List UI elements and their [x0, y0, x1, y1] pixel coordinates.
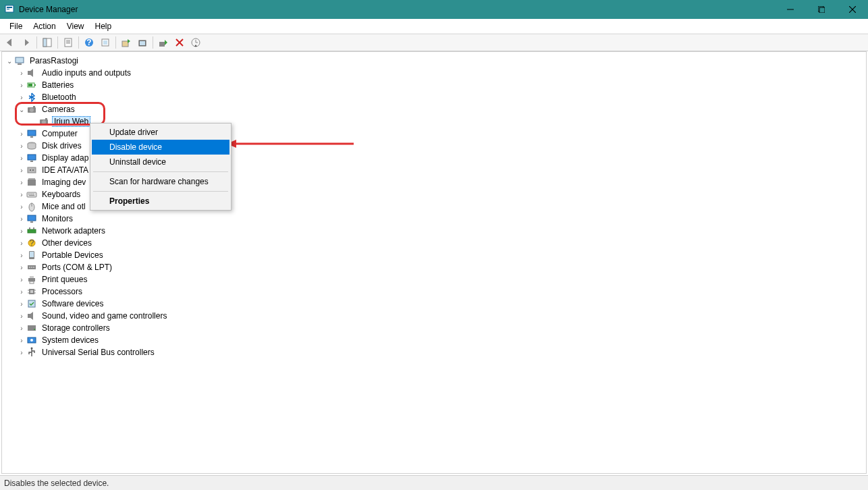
minimize-button[interactable] [775, 0, 806, 19]
context-menu-separator [93, 171, 228, 172]
tree-item-label: Processors [40, 286, 84, 297]
svg-rect-55 [30, 221, 33, 223]
svg-rect-77 [28, 314, 30, 318]
tree-item-label: Iriun Web [52, 116, 90, 127]
device-tree-panel[interactable]: ⌄ParasRastogi›Audio inputs and outputs›B… [1, 51, 867, 474]
tree-item[interactable]: ›Storage controllers [5, 322, 866, 334]
svg-point-43 [30, 169, 31, 171]
chevron-right-icon[interactable]: › [17, 337, 26, 344]
tree-item-label: Portable Devices [40, 250, 105, 261]
chevron-right-icon[interactable]: › [17, 264, 26, 271]
chevron-right-icon[interactable]: › [17, 130, 26, 138]
toolbar-separator [36, 36, 37, 49]
printer-icon [26, 274, 37, 285]
chevron-right-icon[interactable]: › [17, 252, 26, 259]
context-menu: Update driverDisable deviceUninstall dev… [90, 123, 232, 211]
context-menu-item[interactable]: Disable device [92, 140, 229, 155]
context-menu-item[interactable]: Update driver [92, 125, 229, 140]
chevron-right-icon[interactable]: › [17, 325, 26, 332]
chevron-right-icon[interactable]: › [17, 349, 26, 356]
tree-item[interactable]: ›Ports (COM & LPT) [5, 261, 866, 273]
chevron-right-icon[interactable]: › [17, 167, 26, 174]
chevron-right-icon[interactable]: › [17, 94, 26, 101]
chevron-right-icon[interactable]: › [17, 155, 26, 162]
tree-item[interactable]: ›Batteries [5, 79, 866, 91]
chevron-right-icon[interactable]: › [17, 227, 26, 235]
chevron-right-icon[interactable]: › [17, 142, 26, 150]
chevron-right-icon[interactable]: › [17, 215, 26, 223]
tree-item[interactable]: ›?Other devices [5, 237, 866, 249]
context-menu-item[interactable]: Uninstall device [92, 155, 229, 169]
tree-item-label: Batteries [40, 80, 76, 90]
tree-item[interactable]: ⌄Cameras [5, 103, 866, 115]
context-menu-separator [93, 191, 228, 192]
scan-hardware-button[interactable] [98, 35, 113, 50]
maximize-button[interactable] [806, 0, 837, 19]
svg-rect-51 [29, 195, 34, 196]
chevron-right-icon[interactable]: › [17, 82, 26, 89]
svg-rect-67 [28, 278, 35, 281]
tree-item[interactable]: ⌄ParasRastogi [5, 55, 866, 67]
chevron-right-icon[interactable]: › [17, 70, 26, 77]
chevron-right-icon[interactable]: › [17, 276, 26, 283]
disable-button[interactable] [172, 35, 187, 50]
back-button[interactable] [3, 35, 18, 50]
svg-rect-10 [65, 38, 72, 47]
help-button[interactable]: ? [82, 35, 97, 50]
update-driver-button[interactable] [119, 35, 134, 50]
chevron-right-icon[interactable]: › [17, 312, 26, 320]
tree-item[interactable]: ›Network adapters [5, 225, 866, 237]
chevron-right-icon[interactable]: › [17, 203, 26, 211]
menu-bar: File Action View Help [0, 19, 868, 34]
svg-rect-40 [28, 155, 36, 160]
chevron-right-icon[interactable]: › [17, 240, 26, 247]
uninstall-button[interactable] [135, 35, 150, 50]
tree-item-label: Mice and otl [40, 201, 88, 212]
tree-item[interactable]: ›Audio inputs and outputs [5, 67, 866, 79]
tree-item[interactable]: ›Bluetooth [5, 91, 866, 103]
port-icon [26, 262, 37, 273]
svg-rect-68 [30, 276, 34, 278]
chevron-right-icon[interactable]: › [17, 191, 26, 198]
menu-help[interactable]: Help [90, 20, 117, 32]
close-button[interactable] [837, 0, 868, 19]
show-hidden-button[interactable] [188, 35, 203, 50]
svg-point-81 [30, 339, 33, 342]
tree-item-label: System devices [40, 335, 101, 346]
enable-button[interactable] [156, 35, 171, 50]
menu-file[interactable]: File [4, 20, 28, 32]
software-icon [26, 298, 37, 309]
svg-point-66 [33, 267, 34, 268]
svg-rect-47 [27, 192, 36, 197]
tree-item[interactable]: ›System devices [5, 334, 866, 346]
show-hide-console-button[interactable] [40, 35, 55, 50]
toolbar-separator [57, 36, 58, 49]
monitor-icon [26, 128, 37, 139]
svg-rect-38 [30, 136, 33, 138]
properties-button[interactable] [61, 35, 76, 50]
menu-view[interactable]: View [61, 20, 90, 32]
forward-button[interactable] [19, 35, 34, 50]
chevron-right-icon[interactable]: › [17, 288, 26, 296]
battery-icon [26, 80, 37, 90]
tree-item[interactable]: ›Monitors [5, 213, 866, 225]
chevron-right-icon[interactable]: › [17, 300, 26, 308]
disk-icon [26, 140, 37, 151]
tree-item[interactable]: ›Print queues [5, 273, 866, 285]
tree-item[interactable]: ›Portable Devices [5, 249, 866, 261]
tree-item[interactable]: ›Software devices [5, 298, 866, 310]
context-menu-item[interactable]: Properties [92, 194, 229, 209]
tree-item[interactable]: ›Sound, video and game controllers [5, 310, 866, 322]
svg-rect-71 [30, 290, 33, 293]
camera-icon [38, 116, 49, 127]
menu-action[interactable]: Action [28, 20, 61, 32]
chevron-right-icon[interactable]: › [17, 179, 26, 186]
context-menu-item[interactable]: Scan for hardware changes [92, 174, 229, 189]
tree-item[interactable]: ›Universal Serial Bus controllers [5, 346, 866, 358]
svg-rect-27 [28, 71, 30, 75]
chevron-down-icon[interactable]: ⌄ [5, 57, 14, 65]
chevron-down-icon[interactable]: ⌄ [17, 106, 26, 113]
svg-rect-57 [29, 227, 30, 229]
tree-item[interactable]: ›Processors [5, 285, 866, 298]
svg-text:?: ? [86, 38, 91, 47]
